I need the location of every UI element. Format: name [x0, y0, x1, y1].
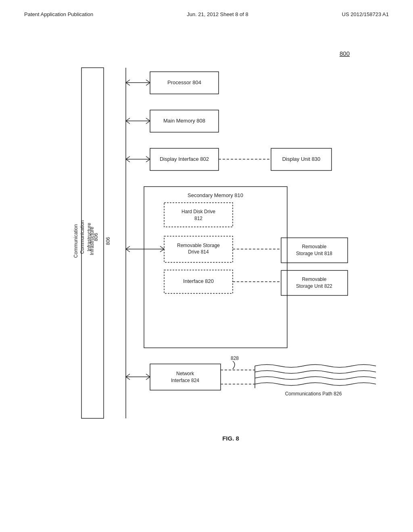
- processor-label: Processor 804: [167, 79, 201, 85]
- svg-rect-19: [150, 364, 221, 390]
- svg-rect-18: [281, 270, 348, 295]
- main-memory-arrow: [126, 118, 150, 124]
- network-interface-arrow: [126, 374, 150, 380]
- removable-drive-arrow: [126, 246, 164, 252]
- svg-rect-10: [144, 187, 287, 348]
- label-800: 800: [340, 50, 350, 57]
- interface-820-label: Interface 820: [183, 278, 214, 284]
- header-mid: Jun. 21, 2012 Sheet 8 of 8: [187, 11, 248, 17]
- header-left: Patent Application Publication: [24, 11, 93, 17]
- hard-disk-label-2: 812: [194, 216, 202, 221]
- removable-unit-822-label-2: Storage Unit 822: [296, 283, 332, 289]
- removable-unit-822-label-1: Removable: [302, 276, 327, 282]
- header-right: US 2012/158723 A1: [342, 11, 389, 17]
- label-828: 828: [231, 355, 239, 361]
- diagram-container: 800 Processor 804 Main Memory 808: [57, 37, 404, 461]
- processor-arrow: [126, 80, 150, 85]
- page-header: Patent Application Publication Jun. 21, …: [0, 0, 413, 21]
- svg-rect-11: [164, 203, 233, 227]
- removable-drive-label-1: Removable Storage: [177, 243, 220, 248]
- comm-infra-label-3: 806: [105, 237, 111, 245]
- diagram-svg: 800 Processor 804 Main Memory 808: [57, 37, 404, 461]
- network-interface-label-2: Interface 824: [171, 378, 199, 383]
- network-interface-label-1: Network: [176, 371, 194, 376]
- comm-infra-side-label: CommunicationInfrastructure806: [79, 220, 99, 254]
- hard-disk-label-1: Hard Disk Drive: [181, 209, 215, 214]
- svg-rect-15: [281, 238, 348, 263]
- display-interface-label: Display Interface 802: [160, 156, 209, 162]
- main-memory-label: Main Memory 808: [163, 118, 205, 124]
- comm-path-label: Communications Path 826: [285, 391, 342, 397]
- page: Patent Application Publication Jun. 21, …: [0, 0, 413, 532]
- removable-unit-818-label-1: Removable: [302, 244, 327, 249]
- removable-unit-818-label-2: Storage Unit 818: [296, 251, 332, 256]
- figure-label: FIG. 8: [222, 435, 239, 442]
- removable-drive-label-2: Drive 814: [188, 249, 209, 255]
- display-unit-label: Display Unit 830: [282, 156, 321, 162]
- display-interface-arrow: [126, 156, 150, 162]
- secondary-memory-label: Secondary Memory 810: [188, 192, 243, 198]
